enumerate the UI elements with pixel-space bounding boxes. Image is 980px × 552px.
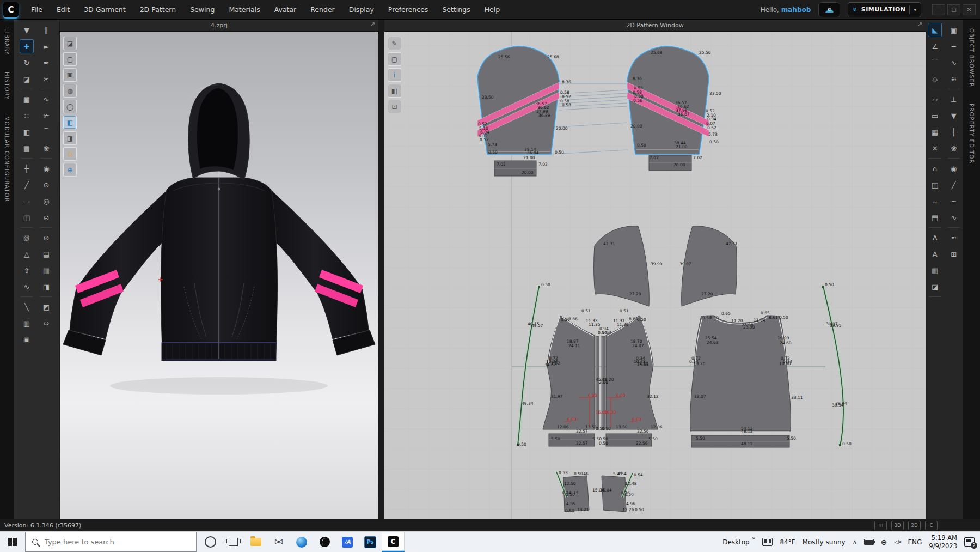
text-tool-icon[interactable]: A: [928, 230, 942, 245]
tab-history[interactable]: HISTORY: [4, 72, 10, 100]
quilting-icon[interactable]: ▤: [20, 141, 34, 155]
pattern-info-icon[interactable]: i: [388, 68, 401, 82]
news-widget-icon[interactable]: [762, 538, 773, 546]
xbox-icon[interactable]: [313, 532, 336, 552]
3d-viewport[interactable]: ◪▢▣◍◯◧◨⊙⊕: [60, 32, 378, 519]
show-garment-icon[interactable]: ▣: [63, 68, 77, 82]
clo-logo[interactable]: C: [3, 2, 19, 17]
spacing-icon[interactable]: ═: [928, 194, 942, 208]
task-view-icon[interactable]: [222, 532, 244, 552]
show-stitch-icon[interactable]: ✎: [388, 37, 401, 50]
pleat-icon[interactable]: ▥: [928, 263, 942, 277]
close-button[interactable]: ✕: [963, 4, 976, 15]
view-2d-button[interactable]: 2D: [908, 521, 921, 530]
lock-button-icon[interactable]: ⊜: [39, 210, 53, 225]
edge-icon[interactable]: [290, 532, 313, 552]
show-fabric-2d-icon[interactable]: ◧: [388, 84, 401, 98]
fabric-roll-select-icon[interactable]: ▤: [39, 247, 53, 261]
shape-trace-icon[interactable]: ⌂: [928, 161, 942, 175]
multi-sew-icon[interactable]: ≋: [947, 72, 961, 86]
photoshop-icon[interactable]: Ps: [359, 532, 382, 552]
menu-3d-garment[interactable]: 3D Garment: [77, 0, 133, 20]
menu-2d-pattern[interactable]: 2D Pattern: [133, 0, 183, 20]
toolbar-chevron-icon[interactable]: »: [752, 535, 756, 542]
hidden-icons-chevron[interactable]: ∧: [853, 538, 857, 545]
zip-shirt-icon[interactable]: ▥: [20, 316, 34, 330]
move-transform-icon[interactable]: ✚: [20, 39, 34, 53]
needle-icon[interactable]: ╱: [947, 178, 961, 192]
polygon-pattern-icon[interactable]: ▱: [928, 92, 942, 106]
render-view-icon[interactable]: ◪: [63, 37, 77, 50]
menu-avatar[interactable]: Avatar: [267, 0, 304, 20]
minimize-button[interactable]: —: [932, 4, 945, 15]
clock[interactable]: 5:19 AM 9/9/2023: [929, 534, 957, 550]
show-fabric-icon[interactable]: ◧: [63, 116, 77, 129]
transform-pattern-icon[interactable]: ◣: [928, 23, 942, 37]
pin-sew-icon[interactable]: ┼: [947, 125, 961, 139]
show-pattern-icon[interactable]: ▢: [388, 52, 401, 66]
scissors-icon[interactable]: ✂: [39, 72, 53, 86]
rectangle-pattern-icon[interactable]: ▭: [928, 108, 942, 123]
menu-sewing[interactable]: Sewing: [183, 0, 222, 20]
button-shirt-icon[interactable]: ◉: [39, 161, 53, 175]
pop-out-icon[interactable]: ↗: [917, 21, 922, 28]
view-3d-button[interactable]: 3D: [891, 521, 904, 530]
texture-icon[interactable]: ▧: [20, 230, 34, 245]
show-avatar-icon[interactable]: ◯: [63, 100, 77, 113]
shirring-icon[interactable]: ≈: [947, 230, 961, 245]
button-flower-icon[interactable]: ❀: [39, 141, 53, 155]
3d-window-titlebar[interactable]: 4.zprj ↗: [60, 20, 378, 32]
shrink-icon[interactable]: ⇔: [39, 316, 53, 330]
menu-display[interactable]: Display: [342, 0, 381, 20]
font-style-icon[interactable]: A: [928, 247, 942, 261]
start-button[interactable]: [0, 532, 25, 552]
select-mesh-icon[interactable]: ◪: [20, 72, 34, 86]
sewing-machine-icon[interactable]: ▦: [20, 92, 34, 106]
line-measure-icon[interactable]: ╲: [20, 300, 34, 314]
battery-icon[interactable]: [864, 539, 874, 545]
line-sew-icon[interactable]: ─: [947, 39, 961, 53]
clo-sync-button[interactable]: C: [925, 521, 938, 530]
curve-edit-icon[interactable]: ∿: [39, 92, 53, 106]
fold-garment-icon[interactable]: ◧: [20, 125, 34, 139]
patch-icon[interactable]: ⊞: [947, 247, 961, 261]
stylus-icon[interactable]: ╱: [20, 178, 34, 192]
rotate-gizmo-icon[interactable]: ↻: [20, 56, 34, 70]
edit-point-icon[interactable]: ∠: [928, 39, 942, 53]
free-sew-icon[interactable]: ∿: [947, 56, 961, 70]
language-indicator[interactable]: ENG: [908, 538, 922, 546]
lock-pattern-icon[interactable]: ⊡: [388, 100, 401, 113]
design-app-icon[interactable]: /A: [336, 532, 359, 552]
menu-file[interactable]: File: [24, 0, 50, 20]
flatten-pattern-icon[interactable]: ◪: [928, 280, 942, 294]
seam-allowance-icon[interactable]: ◫: [928, 178, 942, 192]
weather-temp[interactable]: 84°F: [780, 538, 795, 546]
tab-modular-configurator[interactable]: MODULAR CONFIGURATOR: [4, 116, 10, 202]
notification-center-icon[interactable]: 2: [964, 537, 975, 547]
puller-icon[interactable]: ⊘: [39, 230, 53, 245]
pause-animation-icon[interactable]: ‖: [39, 23, 53, 37]
taskbar-search[interactable]: [25, 532, 197, 552]
maximize-button[interactable]: ▢: [947, 4, 960, 15]
menu-settings[interactable]: Settings: [435, 0, 477, 20]
mail-icon[interactable]: ✉: [267, 532, 290, 552]
2d-viewport[interactable]: ✎▢i◧⊡: [384, 32, 926, 519]
menu-materials[interactable]: Materials: [222, 0, 267, 20]
clo3d-icon[interactable]: C: [382, 532, 405, 552]
flatten-icon[interactable]: ▭: [20, 194, 34, 208]
show-sphere-icon[interactable]: ◍: [63, 84, 77, 98]
cursor-tool-icon[interactable]: ►: [39, 39, 53, 53]
tab-library[interactable]: LIBRARY: [4, 28, 10, 56]
pin-dots-icon[interactable]: ∷: [20, 108, 34, 123]
window-splitter[interactable]: [378, 20, 384, 519]
split-view-button[interactable]: ◫: [874, 521, 887, 530]
tab-object-browser[interactable]: OBJECT BROWSER: [969, 28, 975, 87]
muted-speaker-icon[interactable]: ◁✕: [894, 538, 901, 545]
button-icon[interactable]: ⊙: [39, 178, 53, 192]
steam-shirt-icon[interactable]: ▼: [947, 108, 961, 123]
lift-garment-icon[interactable]: ⇧: [20, 263, 34, 277]
simulate-icon[interactable]: ▼: [20, 23, 34, 37]
desktop-toolbar-label[interactable]: Desktop: [722, 538, 750, 546]
iron-icon[interactable]: ⊥: [947, 92, 961, 106]
simulation-button[interactable]: » SIMULATION ▾: [848, 2, 921, 17]
